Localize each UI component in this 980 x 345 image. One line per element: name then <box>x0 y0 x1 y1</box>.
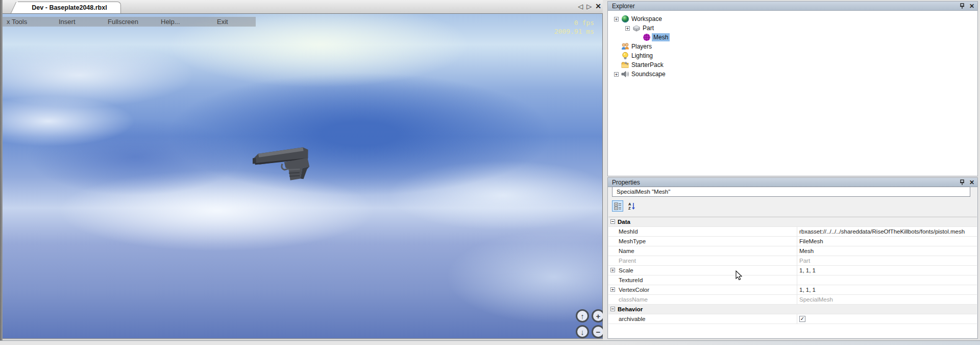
property-value[interactable]: Mesh <box>799 248 814 254</box>
properties-close-icon[interactable]: ✕ <box>969 178 974 187</box>
part-icon <box>632 24 641 32</box>
categorized-view-button[interactable] <box>612 200 623 212</box>
property-row-textureid[interactable]: TextureId <box>608 275 977 285</box>
soundscape-icon <box>621 70 629 78</box>
property-name: VertexColor <box>619 287 649 293</box>
property-row-meshtype[interactable]: MeshType FileMesh <box>608 237 977 246</box>
document-title: Dev - Baseplate2048.rbxl <box>32 4 107 11</box>
menu-tools[interactable]: x Tools <box>7 18 27 26</box>
collapse-icon[interactable]: − <box>610 307 615 311</box>
property-name: className <box>619 296 648 303</box>
property-value: SpecialMesh <box>799 296 833 303</box>
fps-counter: 0 fps <box>554 18 594 27</box>
tree-label[interactable]: Part <box>641 24 655 32</box>
property-name: Name <box>619 248 634 254</box>
explorer-panel: Explorer ✕ + Workspace + Part <box>607 1 978 176</box>
tree-label[interactable]: StarterPack <box>630 61 665 69</box>
tree-item-players[interactable]: Players <box>608 42 977 51</box>
properties-panel: Properties ✕ SpecialMesh "Mesh" AZ − Dat… <box>607 177 978 339</box>
property-row-vertexcolor[interactable]: + VertexColor 1, 1, 1 <box>608 285 977 295</box>
archivable-checkbox[interactable]: ✓ <box>799 316 805 322</box>
status-strip <box>0 340 980 345</box>
starterpack-icon <box>621 61 629 69</box>
property-name: TextureId <box>619 277 643 283</box>
section-label: Behavior <box>618 306 643 312</box>
tilt-up-button[interactable]: ↑ <box>576 309 589 323</box>
property-name: MeshType <box>619 238 646 244</box>
explorer-tree: + Workspace + Part Mesh <box>608 11 977 176</box>
pin-icon[interactable] <box>960 179 965 186</box>
expand-icon[interactable]: + <box>610 287 615 292</box>
mesh-icon <box>643 33 651 41</box>
scroll-tabs-left-icon[interactable]: ◁ <box>578 3 583 10</box>
section-label: Data <box>618 219 630 225</box>
tree-item-starterpack[interactable]: StarterPack <box>608 60 977 70</box>
property-value[interactable]: FileMesh <box>799 238 823 244</box>
tilt-down-button[interactable]: ↓ <box>576 325 589 338</box>
tree-item-workspace[interactable]: + Workspace <box>608 14 977 24</box>
scroll-tabs-right-icon[interactable]: ▷ <box>586 3 592 10</box>
document-tab[interactable]: Dev - Baseplate2048.rbxl <box>18 2 121 13</box>
tree-label[interactable]: Workspace <box>630 15 664 23</box>
explorer-panel-header: Explorer ✕ <box>608 2 977 11</box>
menu-exit[interactable]: Exit <box>217 18 228 26</box>
tree-label[interactable]: Lighting <box>630 52 654 60</box>
svg-text:Z: Z <box>628 206 631 210</box>
property-row-classname: className SpecialMesh <box>608 295 977 305</box>
property-value: Part <box>799 258 810 264</box>
menu-insert[interactable]: Insert <box>59 18 76 26</box>
section-row-data[interactable]: − Data <box>608 217 977 227</box>
tree-item-mesh[interactable]: Mesh <box>608 33 977 42</box>
pistol-mesh-object[interactable] <box>253 145 320 183</box>
alphabetical-sort-button[interactable]: AZ <box>626 200 638 212</box>
lighting-icon <box>621 52 629 60</box>
expand-icon[interactable]: + <box>614 72 619 77</box>
players-icon <box>621 42 629 51</box>
document-tab-bar: Dev - Baseplate2048.rbxl ◁ ▷ ✕ <box>3 0 605 13</box>
tree-label[interactable]: Soundscape <box>630 70 667 78</box>
close-document-icon[interactable]: ✕ <box>595 3 601 10</box>
explorer-title: Explorer <box>612 3 635 10</box>
menu-fullscreen[interactable]: Fullscreen <box>108 18 138 26</box>
property-value[interactable]: rbxasset://../../../shareddata/RiseOfThe… <box>799 228 965 235</box>
studio-window: Dev - Baseplate2048.rbxl ◁ ▷ ✕ x Tools I… <box>0 0 605 340</box>
tree-label[interactable]: Players <box>630 42 653 51</box>
expand-icon[interactable]: + <box>614 17 619 21</box>
property-row-scale[interactable]: + Scale 1, 1, 1 <box>608 266 977 275</box>
property-row-name[interactable]: Name Mesh <box>608 246 977 256</box>
selected-object-label: SpecialMesh "Mesh" <box>617 189 670 195</box>
menu-help[interactable]: Help... <box>161 18 180 26</box>
property-row-parent: Parent Part <box>608 256 977 266</box>
property-grid: − Data MeshId rbxasset://../../../shared… <box>608 217 977 338</box>
tree-label-selected[interactable]: Mesh <box>652 33 670 41</box>
window-left-edge <box>0 0 3 340</box>
properties-title: Properties <box>612 179 640 186</box>
expand-icon[interactable]: + <box>610 268 615 272</box>
property-name: Scale <box>619 267 633 273</box>
property-value[interactable]: 1, 1, 1 <box>799 287 816 293</box>
properties-toolbar: AZ <box>612 200 638 212</box>
property-name: archivable <box>619 316 645 322</box>
selected-object-box[interactable]: SpecialMesh "Mesh" <box>612 187 970 197</box>
property-name: MeshId <box>619 228 638 235</box>
3d-viewport[interactable]: x Tools Insert Fullscreen Help... Exit 0… <box>3 13 603 339</box>
window-controls: ◁ ▷ ✕ <box>578 3 601 10</box>
tree-item-soundscape[interactable]: + Soundscape <box>608 70 977 79</box>
explorer-close-icon[interactable]: ✕ <box>969 2 974 10</box>
section-row-behavior[interactable]: − Behavior <box>608 305 977 314</box>
property-name: Parent <box>619 258 636 264</box>
property-row-meshid[interactable]: MeshId rbxasset://../../../shareddata/Ri… <box>608 227 977 237</box>
tree-item-lighting[interactable]: Lighting <box>608 51 977 60</box>
expand-icon[interactable]: + <box>625 26 630 31</box>
pin-icon[interactable] <box>960 3 965 9</box>
workspace-icon <box>621 15 629 23</box>
performance-overlay: 0 fps 2009.91 ms <box>554 18 594 36</box>
property-row-archivable[interactable]: archivable ✓ <box>608 314 977 324</box>
tree-item-part[interactable]: + Part <box>608 24 977 33</box>
frame-time: 2009.91 ms <box>554 27 594 36</box>
collapse-icon[interactable]: − <box>610 219 615 224</box>
game-menubar: x Tools Insert Fullscreen Help... Exit <box>3 17 256 27</box>
properties-panel-header: Properties ✕ <box>608 178 977 187</box>
property-value[interactable]: 1, 1, 1 <box>799 267 816 273</box>
